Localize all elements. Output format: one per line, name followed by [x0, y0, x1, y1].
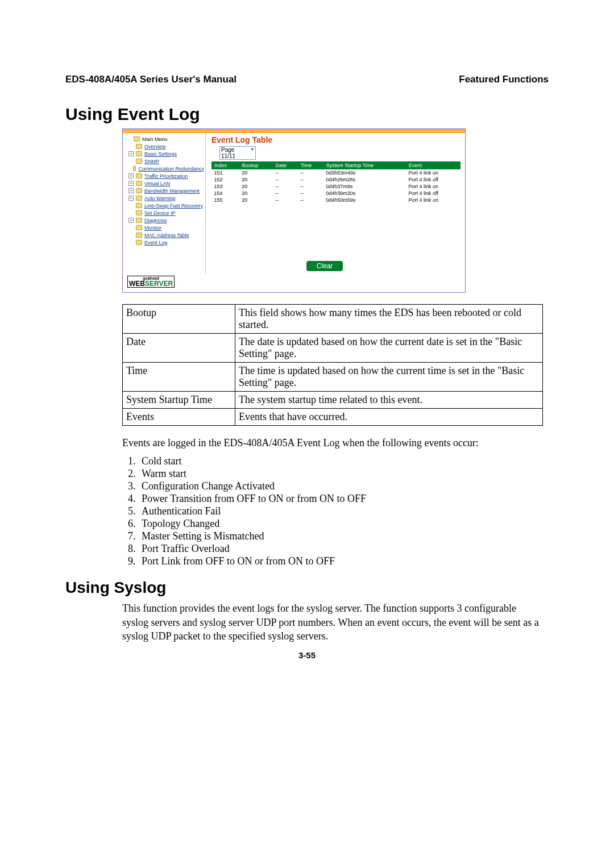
list-item: Port Traffic Overload	[138, 543, 549, 555]
tree-label: Traffic Prioritization	[144, 173, 188, 179]
tree-label: Basic Settings	[144, 151, 177, 157]
tree-item[interactable]: +Virtual LAN	[126, 180, 204, 187]
table-row: DateThe date is updated based on how the…	[123, 334, 543, 363]
table-row: System Startup TimeThe system startup ti…	[123, 392, 543, 409]
events-list: Cold startWarm startConfiguration Change…	[122, 455, 549, 567]
tree-label: Monitor	[144, 225, 161, 231]
def-key: System Startup Time	[123, 392, 235, 409]
tree-item[interactable]: Overview	[126, 143, 204, 150]
list-item: Power Transition from OFF to ON or from …	[138, 493, 549, 505]
table-row: TimeThe time is updated based on how the…	[123, 363, 543, 392]
list-item: Topology Changed	[138, 518, 549, 530]
column-header: Index	[212, 162, 240, 169]
syslog-body: This function provides the event logs fo…	[122, 601, 543, 643]
list-item: Warm start	[138, 468, 549, 480]
folder-icon	[136, 188, 142, 193]
column-header: Time	[298, 162, 323, 169]
page-number: 3-55	[0, 650, 614, 660]
column-header: Event	[406, 162, 460, 169]
tree-item[interactable]: +Diagnosis	[126, 217, 204, 224]
def-value: This field shows how many times the EDS …	[235, 305, 543, 334]
webserver-logo: goahead WEBSERVER	[127, 276, 175, 288]
tree-item[interactable]: Communication Redundancy	[126, 165, 204, 172]
folder-icon	[136, 181, 142, 186]
list-item: Configuration Change Activated	[138, 480, 549, 492]
tree-label: Event Log	[144, 240, 168, 246]
tree-item[interactable]: Set Device IP	[126, 209, 204, 217]
def-key: Date	[123, 334, 235, 363]
screenshot-title: Event Log Table	[211, 135, 460, 144]
screenshot-content: Event Log Table Page 11/11 IndexBootupDa…	[206, 133, 465, 273]
table-row: 15420----0d4h39m20sPort 4 link off	[212, 190, 460, 197]
event-log-screenshot: Main MenuOverview+Basic SettingsSNMPComm…	[122, 128, 466, 293]
folder-icon	[136, 210, 142, 215]
tree-label: Line-Swap Fast Recovery	[144, 203, 203, 209]
folder-icon	[134, 136, 140, 142]
events-intro: Events are logged in the EDS-408A/405A E…	[122, 436, 543, 450]
def-value: The time is updated based on how the cur…	[235, 363, 543, 392]
tree-label: Bandwidth Management	[144, 188, 200, 194]
tree-item[interactable]: +Basic Settings	[126, 150, 204, 157]
orange-bar	[123, 129, 465, 133]
tree-label: SNMP	[144, 159, 159, 164]
expand-icon[interactable]: +	[128, 151, 134, 156]
folder-icon	[136, 240, 142, 245]
header-right: Featured Functions	[459, 74, 549, 85]
table-row: 15220----0d4h26m28sPort 4 link off	[212, 176, 460, 183]
folder-icon	[136, 196, 142, 201]
table-row: 15520----0d4h50m59sPort 4 link on	[212, 197, 460, 203]
list-item: Authentication Fail	[138, 505, 549, 517]
heading-using-event-log: Using Event Log	[65, 105, 549, 124]
def-key: Time	[123, 363, 235, 392]
def-key: Events	[123, 409, 235, 426]
event-log-table: IndexBootupDateTimeSystem Startup TimeEv…	[211, 161, 460, 203]
list-item: Port Link from OFF to ON or from ON to O…	[138, 555, 549, 567]
expand-icon[interactable]: +	[128, 218, 134, 223]
folder-icon	[136, 225, 142, 230]
tree-item[interactable]: +Bandwidth Management	[126, 187, 204, 194]
server-label: SERVER	[145, 280, 173, 288]
folder-icon	[136, 173, 142, 178]
clear-button[interactable]: Clear	[306, 261, 343, 271]
tree-label: Main Menu	[142, 136, 168, 142]
folder-icon	[136, 218, 142, 223]
folder-icon	[136, 159, 142, 164]
tree-item[interactable]: SNMP	[126, 157, 204, 165]
tree-label: Set Device IP	[144, 210, 176, 216]
tree-item[interactable]: MAC Address Table	[126, 231, 204, 239]
tree-item[interactable]: Monitor	[126, 224, 204, 231]
tree-label: Diagnosis	[144, 218, 167, 223]
tree-label: Virtual LAN	[144, 181, 170, 186]
folder-icon	[133, 166, 136, 171]
list-item: Cold start	[138, 455, 549, 467]
tree-label: MAC Address Table	[144, 232, 189, 238]
table-row: EventsEvents that have occurred.	[123, 409, 543, 426]
column-header: Date	[273, 162, 298, 169]
list-item: Master Setting is Mismatched	[138, 530, 549, 542]
expand-icon[interactable]: +	[128, 181, 134, 186]
tree-label: Auto Warning	[144, 196, 175, 201]
tree-item[interactable]: +Traffic Prioritization	[126, 172, 204, 180]
column-header: Bootup	[239, 162, 273, 169]
web-label: WEB	[129, 280, 145, 288]
def-value: Events that have occurred.	[235, 409, 543, 426]
page-select[interactable]: Page 11/11	[219, 146, 256, 160]
header-left: EDS-408A/405A Series User's Manual	[65, 74, 237, 85]
def-key: Bootup	[123, 305, 235, 334]
tree-label: Communication Redundancy	[138, 166, 204, 172]
table-row: 15120----0d3h53m49sPort 4 link on	[212, 169, 460, 177]
table-row: 15320----0d4h37m9sPort 4 link on	[212, 183, 460, 190]
expand-icon[interactable]: +	[128, 196, 134, 201]
tree-label: Overview	[144, 144, 166, 149]
expand-icon[interactable]: +	[128, 188, 134, 193]
nav-tree: Main MenuOverview+Basic SettingsSNMPComm…	[123, 133, 206, 273]
expand-icon[interactable]: +	[128, 173, 134, 178]
tree-item[interactable]: Main Menu	[126, 135, 204, 143]
tree-item[interactable]: +Auto Warning	[126, 194, 204, 202]
heading-using-syslog: Using Syslog	[65, 579, 549, 597]
folder-icon	[136, 203, 142, 208]
table-row: BootupThis field shows how many times th…	[123, 305, 543, 334]
tree-item[interactable]: Event Log	[126, 239, 204, 246]
tree-item[interactable]: Line-Swap Fast Recovery	[126, 202, 204, 209]
def-value: The system startup time related to this …	[235, 392, 543, 409]
